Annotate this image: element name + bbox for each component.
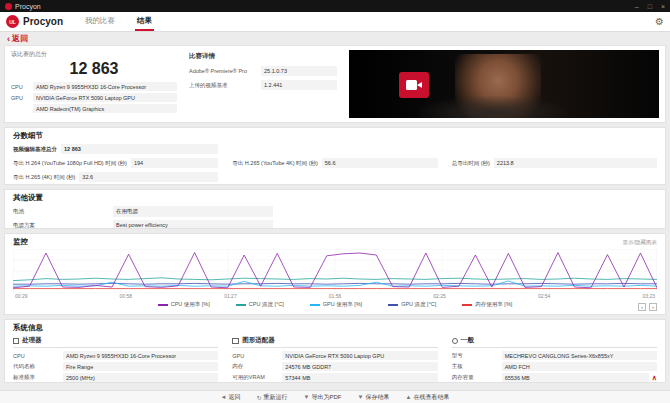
legend-item: GPU 使用率 [%] xyxy=(310,301,362,308)
x-tick: 02:54 xyxy=(538,293,551,300)
sysinfo-key: 内存容量 xyxy=(452,374,502,381)
sysinfo-value: 2500 (MHz) xyxy=(63,373,218,382)
tab-results[interactable]: 结果 xyxy=(135,12,154,31)
hw-row: CPU AMD Ryzen 9 9955HX3D 16-Core Process… xyxy=(11,82,177,91)
back-arrow-icon: ‹ xyxy=(7,34,10,44)
score-details-card: 分数细节 视频编辑基准总分 12 863 导出 H.264 (YouTube 1… xyxy=(4,127,666,185)
tab-my-benchmarks[interactable]: 我的比赛 xyxy=(83,12,117,31)
legend-label: CPU 温度 [°C] xyxy=(249,301,284,308)
detail-row: 上传的视频基准 1.2.441 xyxy=(189,80,337,90)
minimize-button[interactable]: – xyxy=(635,3,639,10)
monitoring-card: 监控 显示/隐藏图表 00:29 00:58 01:27 01:56 02:25… xyxy=(4,233,666,315)
show-hide-chart-link[interactable]: 显示/隐藏图表 xyxy=(622,239,657,246)
sysinfo-row: 代码名称 Fire Range xyxy=(13,362,218,371)
metric-spacer xyxy=(232,172,437,182)
system-info-grid: 处理器 CPU AMD Ryzen 9 9955HX3D 16-Core Pro… xyxy=(13,336,657,383)
score-panel: 该比赛的总分 12 863 CPU AMD Ryzen 9 9955HX3D 1… xyxy=(11,50,183,118)
metric: 导出 H.265 (YouTube 4K) 时间 (秒) 56.6 xyxy=(232,158,437,168)
chart-next-button[interactable]: › xyxy=(649,303,657,311)
metric-label: 导出 H.264 (YouTube 1080p Full HD) 时间 (秒) xyxy=(13,160,131,167)
metric-label: 总导出时间 (秒) xyxy=(452,160,494,167)
hw-row: GPU NVIDIA GeForce RTX 5090 Laptop GPU xyxy=(11,93,177,102)
legend-label: 内存使用率 [%] xyxy=(475,301,512,308)
sysinfo-column-processor: 处理器 CPU AMD Ryzen 9 9955HX3D 16-Core Pro… xyxy=(13,336,218,383)
rerun-icon: ↻ xyxy=(257,394,262,401)
legend-swatch xyxy=(236,304,246,306)
legend-item: CPU 使用率 [%] xyxy=(158,301,210,308)
app-title: Procyon xyxy=(15,3,41,10)
chart-nav: ‹ › xyxy=(638,303,657,311)
sysinfo-row: 型号 MECHREVO CANGLONG Series-X6x855xY xyxy=(452,351,657,360)
person-photo-body xyxy=(417,96,567,118)
close-button[interactable]: × xyxy=(661,3,665,10)
setting-key: 电源方案 xyxy=(13,222,113,229)
score-details-title: 分数细节 xyxy=(13,131,657,141)
nav-tabs: 我的比赛 结果 xyxy=(83,12,154,31)
export-pdf-button[interactable]: ▼ 导出为PDF xyxy=(304,393,342,402)
rerun-label: 重新运行 xyxy=(264,393,288,402)
benchmark-hero-image xyxy=(349,50,659,118)
column-title: 处理器 xyxy=(22,336,42,345)
ul-logo-text: UL xyxy=(9,19,16,25)
setting-value: Best power efficiency xyxy=(113,220,273,229)
maximize-button[interactable]: □ xyxy=(648,3,652,10)
run-details-title: 比赛详情 xyxy=(189,52,337,61)
sysinfo-row: 内存容量 65536 MB ∧ xyxy=(452,373,657,382)
view-online-button[interactable]: ▲ 在线查看结果 xyxy=(405,393,449,402)
cpu-icon xyxy=(13,338,19,344)
sysinfo-value: NVIDIA GeForce RTX 5090 Laptop GPU xyxy=(282,351,437,360)
sysinfo-row: GPU NVIDIA GeForce RTX 5090 Laptop GPU xyxy=(232,351,437,360)
metric-value: 2213.8 xyxy=(494,158,657,168)
setting-key: 电池 xyxy=(13,208,113,215)
hw-value: NVIDIA GeForce RTX 5090 Laptop GPU xyxy=(33,93,177,102)
setting-value: 在用电源 xyxy=(113,206,273,217)
legend-label: CPU 使用率 [%] xyxy=(171,301,210,308)
view-online-label: 在线查看结果 xyxy=(413,393,449,402)
hw-value: AMD Radeon(TM) Graphics xyxy=(33,104,177,113)
column-title: 图形适配器 xyxy=(242,336,275,345)
legend-item: CPU 温度 [°C] xyxy=(236,301,284,308)
x-tick: 03:23 xyxy=(642,293,655,300)
hw-row: AMD Radeon(TM) Graphics xyxy=(11,104,177,113)
expand-caret-icon[interactable]: ∧ xyxy=(652,374,657,382)
detail-value: 1.2.441 xyxy=(261,80,337,90)
run-details-panel: 比赛详情 Adobe® Premiere® Pro 25.1.0.73 上传的视… xyxy=(183,50,343,118)
metric-spacer xyxy=(452,144,657,154)
settings-gear-icon[interactable]: ⚙ xyxy=(655,16,664,27)
metric: 导出 H.264 (YouTube 1080p Full HD) 时间 (秒) … xyxy=(13,158,218,168)
brand-name: Procyon xyxy=(23,16,63,27)
metric-total: 视频编辑基准总分 12 863 xyxy=(13,144,218,154)
hw-key: GPU xyxy=(11,95,33,101)
metric-value: 12 863 xyxy=(61,144,218,154)
x-tick: 01:56 xyxy=(329,293,342,300)
legend-swatch xyxy=(310,304,320,306)
gpu-icon xyxy=(232,338,239,344)
back-button[interactable]: ◄ 返回 xyxy=(221,393,241,402)
save-result-icon: ▼ xyxy=(358,394,364,400)
sysinfo-key: GPU xyxy=(232,353,282,359)
metric: 总导出时间 (秒) 2213.8 xyxy=(452,158,657,168)
back-label: 返回 xyxy=(12,33,28,44)
chart-prev-button[interactable]: ‹ xyxy=(638,303,646,311)
back-button-label: 返回 xyxy=(229,393,241,402)
column-title: 一般 xyxy=(461,336,474,345)
sysinfo-value: 24576 MB GDDR7 xyxy=(282,362,437,371)
info-icon xyxy=(452,338,458,344)
sysinfo-key: CPU xyxy=(13,353,63,359)
score-details-grid: 视频编辑基准总分 12 863 导出 H.264 (YouTube 1080p … xyxy=(13,144,657,182)
nav-bar: UL Procyon 我的比赛 结果 ⚙ xyxy=(0,12,670,32)
rerun-button[interactable]: ↻ 重新运行 xyxy=(257,393,288,402)
app-logo-icon xyxy=(5,3,12,10)
metric-spacer xyxy=(452,172,657,182)
back-link[interactable]: ‹ 返回 xyxy=(0,32,670,45)
sysinfo-row: 标准频率 2500 (MHz) xyxy=(13,373,218,382)
sysinfo-row: 内存 24576 MB GDDR7 xyxy=(232,362,437,371)
save-result-button[interactable]: ▼ 保存结果 xyxy=(358,393,390,402)
footer-toolbar: ◄ 返回 ↻ 重新运行 ▼ 导出为PDF ▼ 保存结果 ▲ 在线查看结果 xyxy=(0,390,670,403)
sysinfo-row: 主板 AMD FCH xyxy=(452,362,657,371)
metric-spacer xyxy=(232,144,437,154)
legend-swatch xyxy=(158,304,168,306)
metric-label: 导出 H.265 (YouTube 4K) 时间 (秒) xyxy=(232,160,321,167)
back-button-icon: ◄ xyxy=(221,394,227,400)
legend-item: 内存使用率 [%] xyxy=(462,301,512,308)
